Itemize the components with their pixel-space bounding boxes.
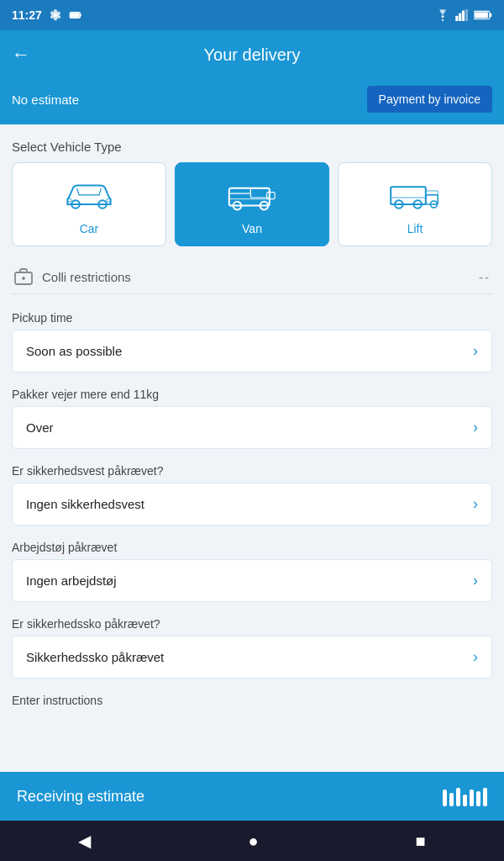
receiving-estimate-bar[interactable]: Receiving estimate	[0, 772, 504, 821]
van-icon	[225, 177, 279, 215]
svg-rect-3	[71, 13, 80, 17]
car-label: Car	[80, 222, 99, 235]
header: ← Your delivery	[0, 30, 504, 79]
back-button[interactable]: ←	[12, 44, 30, 66]
vehicle-section-label: Select Vehicle Type	[12, 140, 492, 154]
vehicle-lift[interactable]: Lift	[338, 162, 492, 246]
nav-home-button[interactable]: ●	[231, 825, 275, 858]
sikkerhedsvest-label: Er sikkerhedsvest påkrævet?	[12, 464, 492, 478]
van-label: Van	[242, 222, 262, 235]
nav-recents-button[interactable]: ■	[398, 825, 442, 858]
pickup-time-section: Pickup time Soon as possible ›	[12, 311, 492, 372]
pickup-time-label: Pickup time	[12, 311, 492, 325]
vehicle-type-section: Select Vehicle Type Car	[12, 140, 492, 246]
status-icons	[435, 9, 492, 21]
barcode-icon	[443, 786, 487, 806]
sikkerhedsvest-dropdown[interactable]: Ingen sikkerhedsvest ›	[12, 483, 492, 526]
svg-point-4	[442, 19, 444, 21]
wifi-icon	[435, 9, 450, 21]
vehicle-van[interactable]: Van	[175, 162, 329, 246]
chevron-right-icon-5: ›	[473, 648, 478, 666]
svg-rect-10	[490, 13, 491, 18]
status-bar: 11:27	[0, 0, 504, 30]
battery-status-icon	[474, 10, 492, 20]
svg-rect-7	[462, 11, 465, 21]
time: 11:27	[12, 8, 42, 22]
arbejdstoj-value: Ingen arbejdstøj	[26, 573, 117, 588]
colli-value: --	[479, 270, 491, 284]
colli-section: Colli restrictions --	[12, 261, 492, 296]
svg-rect-6	[459, 13, 461, 21]
chevron-right-icon-4: ›	[473, 572, 478, 589]
svg-rect-23	[426, 195, 438, 204]
sikkerhedssko-value: Sikkerhedssko påkrævet	[26, 650, 164, 664]
main-content: Select Vehicle Type Car	[0, 124, 504, 772]
arbejdstoj-label: Arbejdstøj påkrævet	[12, 541, 492, 554]
nav-back-button[interactable]: ◀	[61, 824, 108, 858]
pakker-label: Pakker vejer mere end 11kg	[12, 388, 492, 401]
page-title: Your delivery	[204, 45, 301, 65]
settings-icon	[49, 8, 62, 22]
signal-icon	[455, 9, 469, 21]
nav-bar: ◀ ● ■	[0, 821, 504, 861]
payment-invoice-button[interactable]: Payment by invoice	[367, 86, 492, 113]
car-icon	[62, 177, 116, 215]
svg-rect-5	[455, 16, 458, 21]
pickup-time-value: Soon as possible	[26, 344, 122, 358]
battery-icon	[69, 8, 82, 22]
svg-rect-8	[465, 9, 468, 21]
chevron-right-icon-3: ›	[473, 495, 478, 513]
svg-rect-11	[475, 12, 488, 18]
no-estimate-label: No estimate	[12, 92, 79, 107]
sikkerhedssko-label: Er sikkerhedssko påkrævet?	[12, 617, 492, 631]
chevron-right-icon: ›	[473, 342, 478, 360]
chevron-right-icon-2: ›	[473, 419, 478, 436]
instructions-label: Enter instructions	[12, 694, 492, 707]
pakker-dropdown[interactable]: Over ›	[12, 406, 492, 449]
sub-header: No estimate Payment by invoice	[0, 79, 504, 124]
receiving-estimate-label: Receiving estimate	[17, 788, 144, 806]
arbejdstoj-dropdown[interactable]: Ingen arbejdstøj ›	[12, 559, 492, 602]
colli-icon	[13, 267, 34, 287]
sikkerhedsvest-section: Er sikkerhedsvest påkrævet? Ingen sikker…	[12, 464, 492, 526]
pickup-time-dropdown[interactable]: Soon as possible ›	[12, 330, 492, 372]
pakker-section: Pakker vejer mere end 11kg Over ›	[12, 388, 492, 449]
vehicle-selector: Car Van	[12, 162, 492, 246]
colli-row[interactable]: Colli restrictions --	[12, 261, 492, 292]
sikkerhedssko-dropdown[interactable]: Sikkerhedssko påkrævet ›	[12, 636, 492, 679]
svg-rect-2	[80, 14, 81, 17]
pakker-value: Over	[26, 420, 54, 435]
colli-label: Colli restrictions	[42, 270, 131, 284]
sikkerhedsvest-value: Ingen sikkerhedsvest	[26, 497, 144, 511]
vehicle-car[interactable]: Car	[12, 162, 166, 246]
arbejdstoj-section: Arbejdstøj påkrævet Ingen arbejdstøj ›	[12, 541, 492, 602]
lift-label: Lift	[407, 222, 423, 235]
sikkerhedssko-section: Er sikkerhedssko påkrævet? Sikkerhedssko…	[12, 617, 492, 679]
lift-icon	[388, 177, 442, 215]
instructions-section: Enter instructions	[12, 694, 492, 707]
